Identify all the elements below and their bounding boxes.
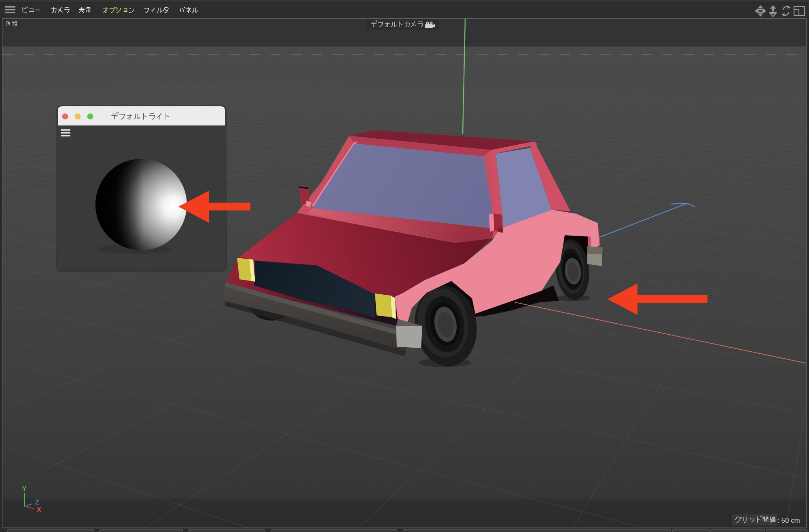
svg-text:: 50 cm: : 50 cm bbox=[777, 517, 800, 524]
svg-text:Z: Z bbox=[35, 499, 39, 506]
svg-text:Y: Y bbox=[22, 486, 27, 492]
svg-text:X: X bbox=[37, 506, 41, 513]
